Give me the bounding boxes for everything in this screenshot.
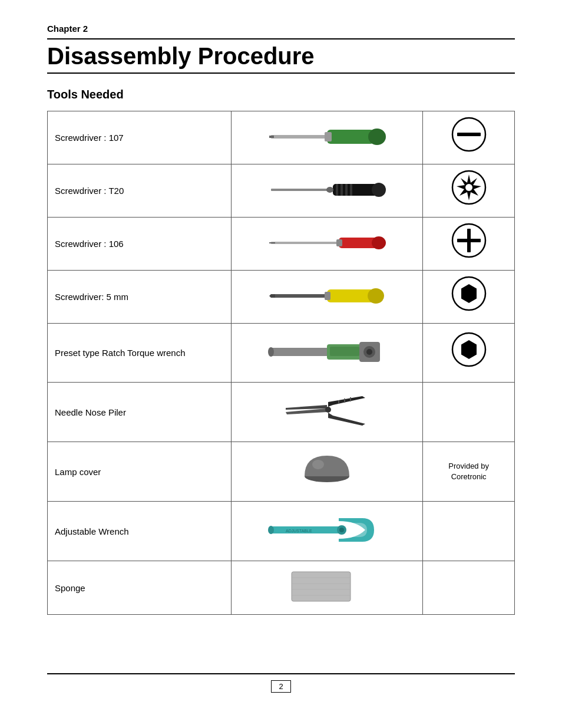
svg-rect-10: [340, 184, 343, 196]
page-number: 2: [271, 680, 290, 693]
svg-rect-20: [269, 242, 275, 243]
svg-point-41: [325, 407, 331, 413]
tool-image-screwdriver-106: [231, 218, 423, 271]
screwdriver-107-image: [268, 119, 386, 154]
svg-rect-11: [345, 184, 348, 196]
sponge-image: [286, 566, 368, 607]
provided-by-text: Provided byCoretronic: [430, 461, 507, 482]
svg-point-2: [368, 129, 386, 145]
tool-image-screwdriver-107: [231, 111, 423, 164]
svg-rect-0: [271, 135, 330, 139]
table-row: Screwdriver : 106: [48, 218, 515, 271]
tool-name-screwdriver-107: Screwdriver : 107: [48, 111, 232, 164]
tool-icon-torque-wrench: [423, 324, 515, 383]
chapter-title: Disassembly Procedure: [47, 43, 515, 69]
torque-wrench-image: [268, 331, 386, 373]
table-row: Screwdriver : T20: [48, 164, 515, 218]
tools-table: Screwdriver : 107: [47, 111, 515, 615]
hex-icon: [451, 276, 487, 311]
svg-point-16: [465, 184, 472, 191]
tool-icon-lamp-cover-provided: Provided byCoretronic: [423, 442, 515, 502]
tool-icon-screwdriver-t20: [423, 164, 515, 218]
svg-point-13: [372, 183, 386, 197]
footer-page: 2: [47, 680, 515, 693]
tool-icon-screwdriver-106: [423, 218, 515, 271]
tool-image-sponge: [231, 561, 423, 615]
svg-rect-17: [271, 242, 342, 244]
tool-name-screwdriver-t20: Screwdriver : T20: [48, 164, 232, 218]
tool-image-torque-wrench: [231, 324, 423, 383]
phillips-icon: [451, 223, 487, 258]
svg-marker-40: [461, 340, 477, 359]
svg-rect-32: [271, 348, 330, 356]
svg-text:ADJUSTABLE: ADJUSTABLE: [286, 529, 312, 533]
chapter-label: Chapter 2: [47, 24, 515, 34]
tool-icon-screwdriver-107: [423, 111, 515, 164]
svg-rect-12: [350, 184, 352, 196]
plier-image: [280, 387, 374, 434]
svg-point-19: [372, 236, 386, 249]
svg-rect-6: [457, 133, 481, 136]
tool-name-lamp-cover: Lamp cover: [48, 442, 232, 502]
svg-point-14: [326, 187, 333, 193]
table-row: Preset type Ratch Torque wrench: [48, 324, 515, 383]
svg-point-46: [339, 528, 344, 532]
svg-rect-24: [457, 239, 481, 242]
torx-icon: [451, 170, 487, 205]
chapter-divider-top: [47, 38, 515, 39]
svg-marker-29: [269, 294, 275, 298]
tool-name-adjustable-wrench: Adjustable Wrench: [48, 502, 232, 561]
table-row: Screwdriver: 5 mm: [48, 271, 515, 324]
svg-rect-4: [325, 132, 332, 141]
footer: 2: [47, 661, 515, 693]
svg-point-27: [368, 288, 384, 304]
tool-name-torque-wrench: Preset type Ratch Torque wrench: [48, 324, 232, 383]
table-row: Needle Nose Piler: [48, 383, 515, 442]
tool-image-needle-nose-plier: [231, 383, 423, 442]
tool-name-screwdriver-5mm: Screwdriver: 5 mm: [48, 271, 232, 324]
tool-image-adjustable-wrench: ADJUSTABLE: [231, 502, 423, 561]
tool-image-screwdriver-5mm: [231, 271, 423, 324]
table-row: Lamp cover Provided byCoretronic: [48, 442, 515, 502]
svg-rect-7: [271, 189, 336, 191]
svg-rect-3: [269, 136, 274, 138]
table-row: Adjustable Wrench: [48, 502, 515, 561]
tool-image-lamp-cover: [231, 442, 423, 502]
svg-point-43: [312, 460, 324, 469]
svg-point-37: [366, 349, 372, 355]
tool-icon-needle-nose-plier: [423, 383, 515, 442]
table-row: Screwdriver : 107: [48, 111, 515, 164]
tool-name-screwdriver-106: Screwdriver : 106: [48, 218, 232, 271]
svg-point-38: [268, 347, 274, 357]
svg-marker-31: [461, 284, 477, 303]
svg-point-47: [268, 526, 274, 534]
svg-rect-1: [327, 130, 374, 144]
svg-rect-49: [292, 572, 351, 601]
footer-divider: [47, 673, 515, 674]
lamp-cover-image: [297, 447, 356, 494]
tool-icon-sponge: [423, 561, 515, 615]
tool-name-sponge: Sponge: [48, 561, 232, 615]
chapter-divider-bottom: [47, 73, 515, 74]
screwdriver-106-image: [268, 228, 386, 258]
page: Chapter 2 Disassembly Procedure Tools Ne…: [0, 0, 562, 728]
hex-icon-2: [451, 332, 487, 367]
svg-rect-28: [325, 292, 330, 300]
svg-rect-21: [336, 239, 342, 246]
tool-name-needle-nose-plier: Needle Nose Piler: [48, 383, 232, 442]
svg-rect-9: [336, 184, 338, 196]
svg-rect-34: [330, 347, 359, 356]
svg-rect-26: [327, 289, 374, 302]
tool-icon-screwdriver-5mm: [423, 271, 515, 324]
screwdriver-t20-image: [268, 175, 386, 205]
table-row: Sponge: [48, 561, 515, 615]
tool-image-screwdriver-t20: [231, 164, 423, 218]
screwdriver-5mm-image: [268, 281, 386, 311]
tool-icon-adjustable-wrench: [423, 502, 515, 561]
svg-rect-8: [333, 184, 377, 196]
section-title: Tools Needed: [47, 88, 515, 101]
flat-icon: [451, 117, 487, 152]
svg-rect-18: [339, 238, 377, 248]
svg-rect-25: [271, 294, 330, 298]
adjustable-wrench-image: ADJUSTABLE: [268, 506, 386, 554]
